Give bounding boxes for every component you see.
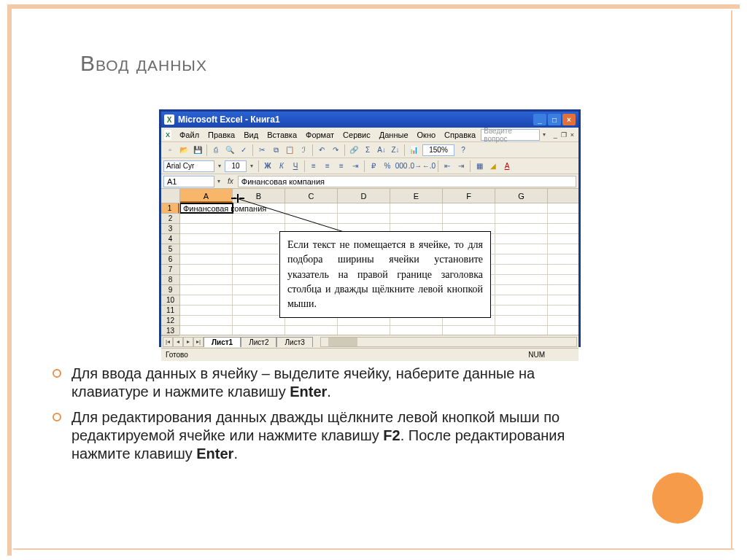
cell[interactable] (233, 295, 285, 305)
cell[interactable] (233, 316, 285, 325)
tab-nav-prev-icon[interactable]: ◂ (173, 337, 183, 347)
currency-icon[interactable]: ₽ (367, 160, 380, 173)
help-icon[interactable]: ? (457, 144, 470, 157)
maximize-button[interactable]: □ (548, 114, 561, 125)
menu-data[interactable]: Данные (376, 130, 412, 140)
cell[interactable] (495, 234, 548, 244)
cell[interactable] (443, 203, 495, 213)
close-button[interactable]: × (562, 114, 576, 125)
cell[interactable] (233, 244, 285, 254)
cell[interactable] (443, 214, 495, 223)
col-header-f[interactable]: F (443, 189, 495, 203)
italic-icon[interactable]: К (275, 160, 288, 173)
cell[interactable] (338, 214, 390, 223)
autosum-icon[interactable]: Σ (361, 144, 374, 157)
chart-icon[interactable]: 📊 (407, 144, 420, 157)
select-all-corner[interactable] (161, 189, 179, 203)
row-header-1[interactable]: 1 (161, 203, 179, 214)
wb-minimize-icon[interactable]: _ (552, 131, 559, 139)
cell[interactable] (233, 326, 285, 335)
cell[interactable] (495, 224, 548, 233)
cell[interactable] (495, 214, 548, 223)
font-size-input[interactable]: 10 (225, 160, 247, 172)
cell[interactable] (180, 254, 233, 264)
fill-color-icon[interactable]: ◢ (487, 160, 500, 173)
open-icon[interactable]: 📂 (177, 144, 190, 157)
align-left-icon[interactable]: ≡ (307, 160, 320, 173)
cell[interactable] (338, 203, 390, 213)
dec-decimal-icon[interactable]: ←.0 (422, 160, 436, 173)
name-box[interactable]: A1 (163, 176, 214, 187)
cell[interactable] (285, 214, 338, 223)
row-header[interactable]: 10 (161, 295, 179, 306)
cell[interactable] (495, 285, 548, 295)
format-painter-icon[interactable]: ℐ (297, 144, 310, 157)
new-icon[interactable]: ▫ (163, 144, 177, 157)
cell[interactable] (495, 316, 548, 325)
redo-icon[interactable]: ↷ (329, 144, 342, 157)
formula-input[interactable]: Финансовая компания (238, 176, 576, 187)
wb-restore-icon[interactable]: ❐ (560, 131, 568, 139)
cell[interactable] (495, 254, 548, 264)
cell[interactable] (180, 326, 233, 335)
help-dropdown-icon[interactable]: ▾ (541, 131, 548, 138)
cell[interactable] (233, 214, 285, 223)
cell[interactable] (285, 326, 338, 335)
menu-insert[interactable]: Вставка (263, 130, 301, 140)
row-header[interactable]: 8 (161, 275, 179, 285)
spell-icon[interactable]: ✓ (237, 144, 250, 157)
cell[interactable] (180, 234, 233, 244)
cell[interactable] (390, 214, 443, 223)
cell[interactable] (285, 203, 338, 213)
align-center-icon[interactable]: ≡ (321, 160, 334, 173)
undo-icon[interactable]: ↶ (315, 144, 328, 157)
cell[interactable] (180, 265, 233, 274)
namebox-dropdown-icon[interactable]: ▾ (214, 178, 223, 184)
col-header-g[interactable]: G (495, 189, 548, 203)
sort-asc-icon[interactable]: A↓ (375, 144, 388, 157)
hyperlink-icon[interactable]: 🔗 (347, 144, 360, 157)
tab-nav-next-icon[interactable]: ▸ (183, 337, 193, 347)
paste-icon[interactable]: 📋 (283, 144, 296, 157)
zoom-input[interactable]: 150% (422, 144, 454, 156)
cell[interactable] (495, 326, 548, 335)
bold-icon[interactable]: Ж (261, 160, 274, 173)
cell[interactable] (495, 306, 548, 315)
cell[interactable] (180, 275, 233, 284)
row-header[interactable]: 9 (161, 285, 179, 295)
save-icon[interactable]: 💾 (191, 144, 204, 157)
row-header[interactable]: 12 (161, 316, 179, 326)
cell[interactable] (180, 306, 233, 315)
tab-nav-last-icon[interactable]: ▸| (193, 337, 204, 347)
col-header-a[interactable]: A (180, 189, 233, 203)
cell[interactable] (495, 265, 548, 274)
font-dropdown-icon[interactable]: ▾ (215, 163, 224, 169)
cell[interactable] (390, 203, 443, 213)
underline-icon[interactable]: Ч (289, 160, 302, 173)
help-search-input[interactable]: Введите вопрос (481, 129, 540, 141)
cell[interactable] (180, 285, 233, 295)
horizontal-scrollbar[interactable] (320, 337, 577, 347)
fx-icon[interactable]: fx (228, 177, 233, 185)
col-header-e[interactable]: E (390, 189, 443, 203)
indent-dec-icon[interactable]: ⇤ (441, 160, 454, 173)
cell[interactable] (495, 203, 548, 213)
font-name-input[interactable]: Arial Cyr (163, 160, 214, 172)
cell[interactable] (495, 275, 548, 284)
col-header-c[interactable]: C (285, 189, 338, 203)
tab-nav-first-icon[interactable]: |◂ (163, 337, 173, 347)
cell[interactable] (233, 306, 285, 315)
menu-tools[interactable]: Сервис (339, 130, 374, 140)
sort-desc-icon[interactable]: Z↓ (389, 144, 402, 157)
cell[interactable] (180, 316, 233, 325)
spreadsheet-grid[interactable]: 1 2 3 4 5 6 7 8 9 10 11 12 13 A B C D E … (161, 189, 578, 335)
menu-help[interactable]: Справка (441, 130, 479, 140)
merge-icon[interactable]: ⇥ (349, 160, 362, 173)
col-header-b[interactable]: B (233, 189, 285, 203)
cell[interactable] (443, 326, 495, 335)
cut-icon[interactable]: ✂ (255, 144, 268, 157)
align-right-icon[interactable]: ≡ (335, 160, 348, 173)
row-header[interactable]: 13 (161, 326, 179, 336)
cell[interactable] (233, 265, 285, 274)
row-header[interactable]: 7 (161, 265, 179, 275)
